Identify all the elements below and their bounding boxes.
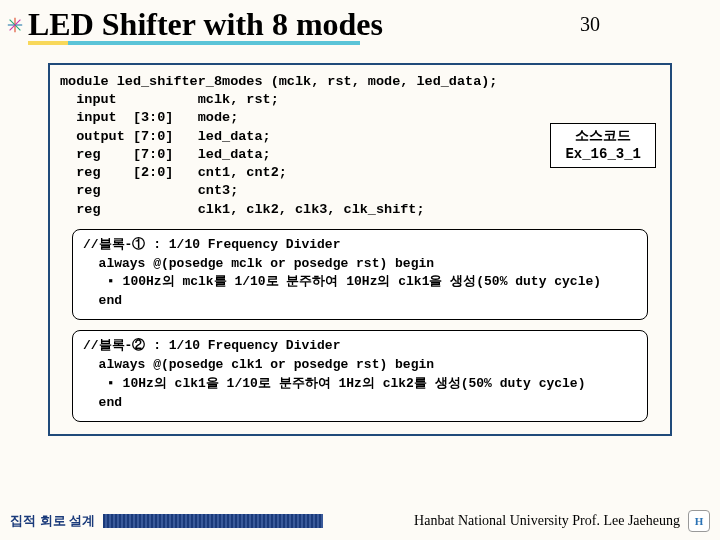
code-frame: module led_shifter_8modes (mclk, rst, mo…: [48, 63, 672, 436]
source-code-label-box: 소스코드 Ex_16_3_1: [550, 123, 656, 168]
block-1-header: //블록-① : 1/10 Frequency Divider: [83, 236, 637, 255]
block-1-bullet: 100Hz의 mclk를 1/10로 분주하여 10Hz의 clk1을 생성(5…: [83, 273, 637, 292]
block-2-always: always @(posedge clk1 or posedge rst) be…: [83, 356, 637, 375]
block-2-bullet: 10Hz의 clk1을 1/10로 분주하여 1Hz의 clk2를 생성(50%…: [83, 375, 637, 394]
source-label-line2: Ex_16_3_1: [565, 146, 641, 164]
block-2-end: end: [83, 394, 637, 413]
bullet-icon: [6, 16, 24, 34]
source-label-line1: 소스코드: [565, 128, 641, 146]
block-2-header: //블록-② : 1/10 Frequency Divider: [83, 337, 637, 356]
page-number: 30: [580, 13, 600, 36]
page-title: LED Shifter with 8 modes: [28, 6, 383, 43]
footer-left-text: 집적 회로 설계: [10, 512, 95, 530]
university-logo-icon: H: [688, 510, 710, 532]
block-1-box: //블록-① : 1/10 Frequency Divider always @…: [72, 229, 648, 320]
block-2-box: //블록-② : 1/10 Frequency Divider always @…: [72, 330, 648, 421]
block-1-always: always @(posedge mclk or posedge rst) be…: [83, 255, 637, 274]
block-1-end: end: [83, 292, 637, 311]
title-row: LED Shifter with 8 modes 30: [0, 0, 720, 43]
footer: 집적 회로 설계 Hanbat National University Prof…: [0, 510, 720, 532]
footer-bar: [103, 514, 323, 528]
footer-right-text: Hanbat National University Prof. Lee Jae…: [414, 513, 680, 529]
